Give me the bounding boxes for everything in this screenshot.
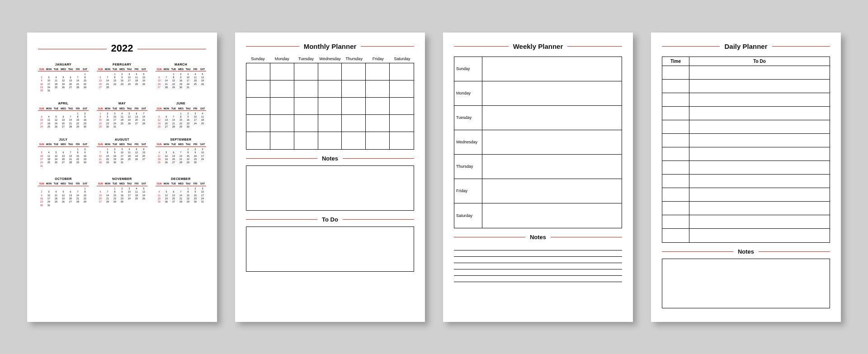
day-cell: [81, 165, 89, 168]
week-row: 9101112131415: [38, 194, 89, 197]
day-cell: 5: [163, 151, 170, 154]
dow-row: SUNMONTUEWEDTHUFRISAT: [38, 107, 89, 111]
dow-cell: MON: [163, 107, 170, 110]
dow-cell: TUE: [111, 182, 118, 185]
week-row: 2627282930: [156, 125, 206, 128]
day-cell: 26: [52, 161, 60, 164]
day-cell: 28: [170, 125, 177, 128]
day-cell: 17: [45, 82, 52, 85]
month-name: JUNE: [156, 101, 206, 105]
dow-cell: WED: [118, 182, 126, 185]
rule-left: [246, 46, 299, 47]
dow-cell: SAT: [81, 182, 89, 185]
day-cell: 18: [126, 155, 133, 158]
day-cell: 4: [199, 112, 206, 115]
year-title: 2022: [111, 42, 133, 54]
day-cell: 2: [118, 187, 126, 190]
day-cell: 10: [126, 76, 133, 79]
day-cell: 15: [170, 79, 177, 82]
week-row: 19202122232425: [156, 122, 206, 125]
day-cell: 5: [60, 76, 67, 79]
week-row: 21222324252627: [97, 158, 147, 161]
dow-cell: MON: [104, 143, 111, 146]
day-cell: [192, 125, 199, 128]
week-row: 6789101112: [156, 76, 206, 79]
mp-cell: [246, 132, 270, 149]
day-cell: 11: [156, 155, 163, 158]
day-cell: 10: [126, 190, 133, 194]
rule-right: [551, 237, 622, 237]
day-cell: [126, 161, 133, 164]
week-row: 12: [38, 148, 89, 151]
dow-row: SUNMONTUEWEDTHUFRISAT: [156, 68, 206, 72]
mp-cell: [342, 98, 366, 115]
day-cell: 8: [177, 115, 184, 118]
day-cell: 29: [104, 161, 111, 164]
mp-cell: [246, 115, 270, 132]
day-cell: 5: [199, 72, 206, 76]
day-cell: 6: [97, 190, 104, 194]
day-cell: 21: [104, 197, 111, 200]
day-cell: 1: [184, 187, 192, 190]
day-cell: 25: [156, 161, 163, 164]
week-row: 12345: [97, 72, 147, 76]
day-cell: 23: [118, 197, 126, 200]
dow-row: SUNMONTUEWEDTHUFRISAT: [97, 68, 147, 72]
day-cell: 28: [104, 86, 111, 89]
day-cell: 7: [67, 115, 74, 118]
day-cell: 13: [170, 155, 177, 158]
day-cell: 9: [192, 190, 199, 194]
rule-right: [759, 251, 830, 252]
rule-right: [567, 46, 622, 47]
day-cell: 16: [38, 197, 45, 200]
week-row: 293031: [97, 125, 147, 128]
day-cell: 11: [52, 79, 60, 82]
day-cell: 18: [133, 194, 140, 197]
week-row: 28293031: [97, 161, 147, 164]
day-cell: 18: [156, 158, 163, 161]
day-cell: 19: [163, 197, 170, 200]
month-november: NOVEMBERSUNMONTUEWEDTHUFRISAT12345678910…: [97, 177, 147, 207]
day-cell: 9: [81, 115, 89, 118]
day-cell: 8: [81, 76, 89, 79]
day-cell: 6: [67, 76, 74, 79]
day-cell: 7: [140, 112, 147, 115]
month-january: JANUARYSUNMONTUEWEDTHUFRISAT123456789101…: [38, 62, 89, 93]
week-row: 22232425262728: [97, 122, 147, 125]
day-cell: 24: [111, 122, 118, 125]
day-cell: 10: [199, 190, 206, 194]
day-cell: 10: [118, 151, 126, 154]
mp-dow-cell: Saturday: [390, 57, 414, 61]
dow-cell: THU: [67, 68, 74, 71]
mp-cell: [366, 63, 390, 80]
dow-cell: SAT: [81, 143, 89, 146]
day-cell: 19: [140, 194, 147, 197]
dp-todo-cell: [689, 66, 830, 80]
week-row: 1234567: [97, 112, 147, 115]
week-row: 252627282930: [156, 161, 206, 164]
day-cell: [199, 161, 206, 164]
mp-dow-cell: Tuesday: [294, 57, 318, 61]
day-cell: [97, 72, 104, 76]
day-cell: 14: [177, 194, 184, 197]
day-cell: 8: [184, 151, 192, 154]
week-row: 23242526272829: [38, 86, 89, 89]
dow-cell: MON: [45, 182, 52, 185]
day-cell: 28: [163, 86, 170, 89]
day-cell: [67, 165, 74, 168]
day-cell: 21: [140, 118, 147, 122]
day-cell: 7: [74, 190, 81, 194]
day-cell: [97, 187, 104, 190]
day-cell: 9: [111, 151, 118, 154]
dow-cell: SUN: [38, 143, 45, 146]
dow-cell: FRI: [133, 182, 140, 185]
day-cell: 19: [126, 118, 133, 122]
monthly-title: Monthly Planner: [304, 42, 357, 50]
day-cell: 5: [163, 190, 170, 194]
dow-cell: FRI: [133, 68, 140, 71]
day-cell: 21: [104, 82, 111, 85]
day-cell: [111, 86, 118, 89]
day-cell: [38, 112, 45, 115]
week-row: 6789101112: [97, 190, 147, 194]
day-cell: 30: [81, 125, 89, 128]
